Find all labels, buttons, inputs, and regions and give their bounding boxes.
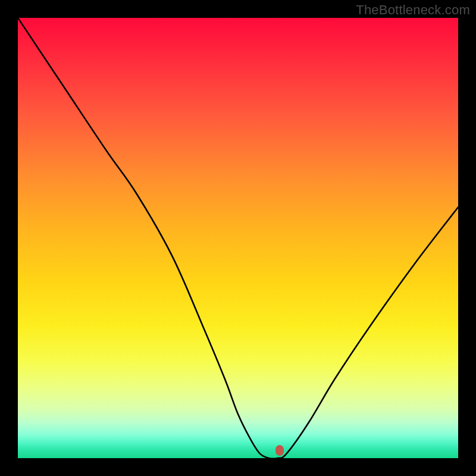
chart-container: TheBottleneck.com	[0, 0, 476, 476]
attribution-label: TheBottleneck.com	[356, 2, 470, 18]
optimum-marker	[275, 445, 284, 456]
plot-area	[18, 18, 458, 458]
bottleneck-curve	[18, 18, 458, 458]
